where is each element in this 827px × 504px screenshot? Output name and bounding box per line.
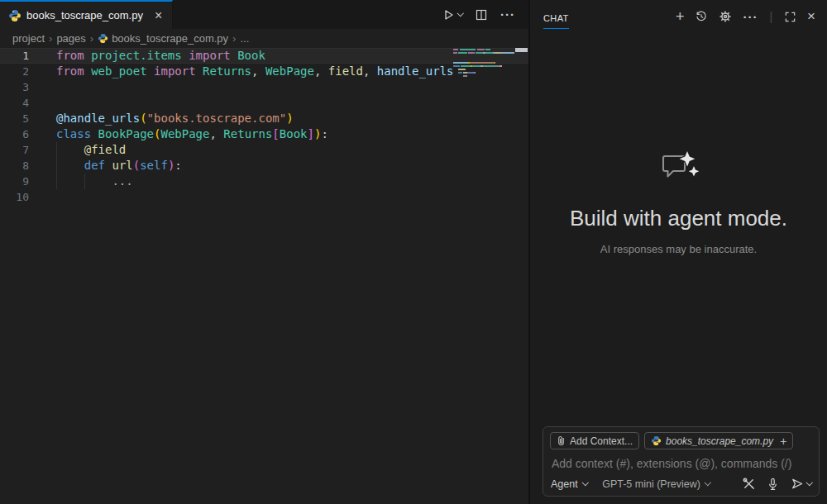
chat-header: CHAT + ··· — [530, 0, 827, 33]
chat-panel: CHAT + ··· — [530, 0, 827, 504]
input-action-icons — [742, 477, 812, 491]
breadcrumb-item-symbol[interactable]: ... — [240, 32, 249, 45]
breadcrumb-item-pages[interactable]: pages — [56, 32, 85, 45]
code-editor[interactable]: 1from project.items import Book2from web… — [0, 47, 528, 504]
close-panel-button[interactable]: × — [807, 10, 815, 23]
breadcrumb-separator-icon: › — [90, 32, 93, 45]
code-line[interactable]: 5@handle_urls("books.toscrape.com") — [0, 111, 528, 126]
attached-file-chip[interactable]: books_toscrape_com.py + — [644, 432, 793, 449]
line-number: 10 — [0, 189, 43, 205]
python-file-icon — [98, 33, 108, 44]
voice-chat-button[interactable] — [767, 478, 779, 491]
breadcrumb: project › pages › books_toscrape_com.py … — [0, 29, 528, 47]
python-file-icon — [8, 9, 22, 22]
tools-icon — [742, 477, 756, 491]
attach-more-icon[interactable]: + — [780, 435, 786, 448]
tab-close-icon[interactable]: × — [153, 10, 164, 21]
add-context-button[interactable]: Add Context... — [550, 432, 639, 449]
breadcrumb-separator-icon: › — [49, 32, 52, 45]
maximize-icon — [784, 11, 796, 23]
watermark-subtitle: AI responses may be inaccurate. — [600, 243, 757, 255]
chat-settings-button[interactable] — [719, 10, 732, 23]
editor-actions: ··· — [442, 0, 529, 29]
vscode-window: books_toscrape_com.py × ··· project › pa… — [0, 0, 827, 504]
breadcrumb-item-project[interactable]: project — [12, 32, 45, 45]
maximize-panel-button[interactable] — [784, 11, 796, 23]
editor-pane: books_toscrape_com.py × ··· project › pa… — [0, 0, 528, 504]
attached-file-name: books_toscrape_com.py — [666, 435, 773, 447]
line-number: 1 — [0, 48, 43, 64]
python-file-icon — [651, 435, 662, 446]
breadcrumb-separator-icon: › — [232, 32, 236, 45]
line-number: 8 — [0, 158, 43, 174]
chat-mode-picker[interactable]: Agent — [551, 478, 587, 490]
code-line[interactable]: 9 ... — [0, 174, 528, 189]
chat-mode-label: Agent — [551, 478, 578, 490]
code-line[interactable]: 8 def url(self): — [0, 158, 528, 174]
line-number: 5 — [0, 111, 43, 126]
history-icon — [695, 10, 708, 23]
model-label: GPT-5 mini (Preview) — [602, 478, 700, 490]
code-line[interactable]: 10 — [0, 189, 528, 205]
chat-sparkle-icon — [658, 150, 700, 188]
send-dropdown-chevron-icon[interactable] — [805, 479, 812, 486]
line-number: 6 — [0, 126, 43, 142]
context-chips-row: Add Context... books_toscrape_com.py + — [550, 432, 812, 449]
scrollbar[interactable] — [515, 47, 528, 504]
watermark-title: Build with agent mode. — [570, 206, 787, 231]
new-chat-button[interactable]: + — [676, 10, 685, 23]
send-button[interactable] — [790, 477, 812, 491]
model-picker[interactable]: GPT-5 mini (Preview) — [602, 478, 710, 490]
chevron-down-icon — [705, 479, 711, 486]
chat-header-actions: + ··· | — [676, 10, 815, 24]
split-editor-icon — [475, 8, 488, 21]
indent-guide — [56, 142, 57, 158]
line-number: 9 — [0, 174, 43, 189]
indent-guide — [56, 158, 57, 174]
chat-history-button[interactable] — [695, 10, 708, 23]
chat-more-actions-button[interactable]: ··· — [743, 10, 758, 24]
line-number: 2 — [0, 64, 43, 79]
line-number: 7 — [0, 142, 43, 158]
editor-more-actions-button[interactable]: ··· — [500, 7, 515, 21]
editor-tab-bar: books_toscrape_com.py × ··· — [0, 0, 528, 29]
chevron-down-icon — [582, 479, 589, 486]
indent-guide — [84, 174, 85, 189]
gear-icon — [719, 10, 732, 23]
code-line[interactable]: 7 @field — [0, 142, 528, 158]
scrollbar-thumb[interactable] — [515, 48, 528, 52]
send-icon — [790, 477, 804, 491]
microphone-icon — [767, 478, 779, 491]
code-line[interactable]: 1from project.items import Book — [0, 48, 528, 64]
chat-message-input[interactable]: Add context (#), extensions (@), command… — [552, 457, 810, 470]
add-context-label: Add Context... — [570, 435, 633, 447]
breadcrumb-item-file-label: books_toscrape_com.py — [112, 32, 228, 45]
minimap[interactable] — [453, 49, 514, 82]
run-dropdown-chevron-icon[interactable] — [457, 10, 463, 17]
code-line[interactable]: 6class BookPage(WebPage, Returns[Book]): — [0, 126, 528, 142]
code-lines: 1from project.items import Book2from web… — [0, 48, 528, 205]
indent-guide — [56, 174, 57, 189]
configure-tools-button[interactable] — [742, 477, 756, 491]
tab-chat[interactable]: CHAT — [543, 5, 569, 29]
breadcrumb-item-file[interactable]: books_toscrape_com.py — [98, 32, 228, 45]
tab-books-toscrape-com-py[interactable]: books_toscrape_com.py × — [0, 0, 173, 29]
run-icon — [442, 8, 455, 21]
paperclip-icon — [557, 435, 566, 446]
code-line[interactable]: 4 — [0, 95, 528, 111]
run-python-file-button[interactable] — [442, 8, 463, 21]
code-line[interactable]: 3 — [0, 79, 528, 95]
tab-title: books_toscrape_com.py — [26, 9, 143, 21]
line-number: 3 — [0, 79, 43, 95]
code-line[interactable]: 2from web_poet import Returns, WebPage, … — [0, 64, 528, 79]
line-number: 4 — [0, 95, 43, 111]
split-editor-button[interactable] — [475, 8, 488, 21]
chat-input-box[interactable]: Add Context... books_toscrape_com.py + A… — [543, 426, 820, 497]
header-separator: | — [769, 10, 772, 23]
chat-input-toolbar: Agent GPT-5 mini (Preview) — [551, 477, 811, 491]
